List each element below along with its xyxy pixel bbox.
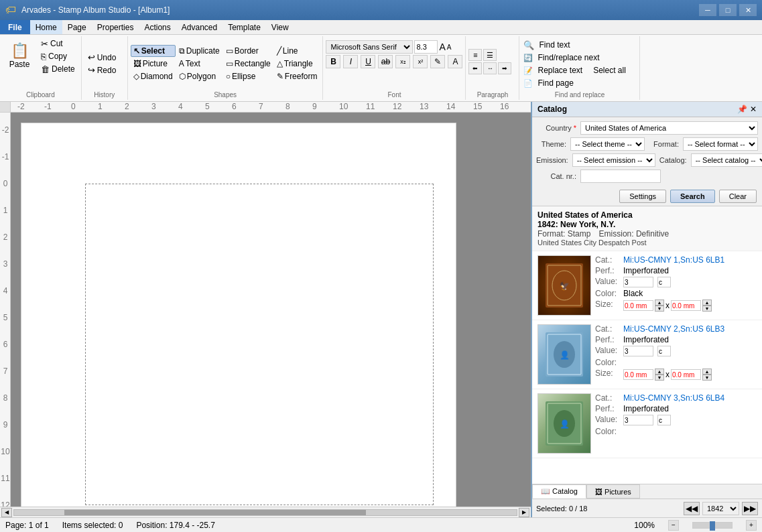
size-h-input-2[interactable]: [671, 369, 701, 380]
emission-select[interactable]: -- Select emission --: [572, 153, 655, 167]
value-unit-3[interactable]: [657, 415, 671, 425]
align-list-button[interactable]: ≡: [468, 49, 482, 61]
zoom-slider-thumb[interactable]: [710, 521, 715, 531]
format-select[interactable]: -- Select format --: [683, 137, 758, 151]
strikethrough-button[interactable]: ab: [378, 55, 393, 68]
cat-value-3[interactable]: Mi:US-CMNY 3,Sn:US 6LB4: [623, 393, 724, 403]
copy-button[interactable]: ⎘ Copy: [38, 50, 78, 62]
align-right-button[interactable]: ➡: [498, 62, 511, 74]
nav-next-button[interactable]: ▶▶: [742, 502, 758, 515]
polygon-button[interactable]: ⬡ Polygon: [176, 70, 223, 82]
border-button[interactable]: ▭ Border: [223, 45, 273, 57]
size-w-down-1[interactable]: ▼: [655, 306, 664, 312]
minimize-button[interactable]: ─: [699, 4, 716, 16]
menu-actions[interactable]: Actions: [139, 20, 176, 34]
ruler-corner: [0, 102, 11, 113]
size-w-down-2[interactable]: ▼: [655, 375, 664, 381]
subscript-button[interactable]: x₂: [395, 55, 410, 68]
tab-pictures[interactable]: 🖼 Pictures: [586, 484, 640, 498]
zoom-in-button[interactable]: +: [746, 520, 757, 531]
size-w-up-2[interactable]: ▲: [655, 369, 664, 375]
value-input-1[interactable]: [623, 277, 653, 287]
undo-button[interactable]: ↩ Undo: [84, 52, 125, 64]
select-all-button[interactable]: Select all: [590, 64, 629, 76]
select-button[interactable]: ↖ Select: [131, 45, 176, 57]
duplicate-button[interactable]: ⧉ Duplicate: [176, 45, 223, 57]
menu-view[interactable]: View: [266, 20, 294, 34]
font-name-select[interactable]: Microsoft Sans Serif: [326, 40, 413, 54]
ellipse-button[interactable]: ○ Ellipse: [223, 70, 273, 82]
font-color-button[interactable]: A: [448, 55, 462, 68]
italic-button[interactable]: I: [343, 55, 358, 68]
size-h-up-1[interactable]: ▲: [702, 300, 712, 306]
menu-home[interactable]: Home: [30, 20, 62, 34]
zoom-out-button[interactable]: −: [668, 520, 679, 531]
align-list2-button[interactable]: ☰: [483, 49, 497, 61]
line-button[interactable]: ╱ Line: [274, 45, 320, 57]
align-left-button[interactable]: ⬅: [468, 62, 482, 74]
highlight-button[interactable]: ✎: [430, 55, 445, 68]
cat-value-1[interactable]: Mi:US-CMNY 1,Sn:US 6LB1: [623, 255, 724, 265]
h-scrollbar[interactable]: ◀ ▶: [0, 507, 531, 517]
close-button[interactable]: ✕: [739, 4, 757, 16]
menu-properties[interactable]: Properties: [92, 20, 139, 34]
catnr-input[interactable]: [580, 170, 661, 183]
font-size-input[interactable]: [414, 40, 438, 54]
country-select[interactable]: United States of America: [580, 121, 758, 135]
redo-button[interactable]: ↪ Redo: [84, 64, 125, 76]
settings-button[interactable]: Settings: [619, 190, 666, 203]
nav-prev-button[interactable]: ◀◀: [684, 502, 700, 515]
size-h-down-2[interactable]: ▼: [702, 375, 712, 381]
bold-button[interactable]: B: [326, 55, 340, 68]
value-input-2[interactable]: [623, 346, 653, 356]
rectangle-icon: ▭: [226, 59, 233, 68]
search-button[interactable]: Search: [670, 190, 715, 203]
value-unit-1[interactable]: [657, 277, 671, 287]
value-unit-2[interactable]: [657, 346, 671, 356]
catalog-close-button[interactable]: ✕: [750, 105, 757, 114]
size-w-up-1[interactable]: ▲: [655, 300, 664, 306]
tab-catalog[interactable]: 📖 Catalog: [532, 484, 586, 498]
catalog-results[interactable]: United States of America 1842: New York,…: [532, 206, 762, 484]
theme-select[interactable]: -- Select theme --: [570, 137, 645, 151]
ribbon-group-font: Microsoft Sans Serif A A B I U ab x₂ x² …: [323, 36, 466, 100]
catalog-select[interactable]: -- Select catalog --: [691, 153, 762, 167]
menu-template[interactable]: Template: [223, 20, 266, 34]
menu-file[interactable]: File: [0, 20, 30, 34]
clear-button[interactable]: Clear: [719, 190, 757, 203]
h-scroll-thumb[interactable]: [64, 510, 366, 515]
text-button[interactable]: A Text: [176, 58, 223, 70]
catalog-pin-button[interactable]: 📌: [737, 105, 747, 114]
value-input-3[interactable]: [623, 415, 653, 425]
replace-text-button[interactable]: Replace text: [534, 64, 586, 76]
size-w-input-2[interactable]: [623, 369, 653, 380]
triangle-button[interactable]: △ Triangle: [274, 58, 320, 70]
find-text-button[interactable]: Find text: [535, 39, 573, 51]
menu-page[interactable]: Page: [62, 20, 92, 34]
paste-button[interactable]: 📋 Paste: [3, 38, 36, 75]
picture-button[interactable]: 🖼 Picture: [131, 58, 176, 70]
freeform-button[interactable]: ✎ Freeform: [274, 70, 320, 82]
find-page-button[interactable]: Find page: [534, 77, 576, 89]
year-select[interactable]: 1842: [702, 502, 739, 515]
cat-value-2[interactable]: Mi:US-CMNY 2,Sn:US 6LB3: [623, 324, 724, 334]
cut-button[interactable]: ✂ Cut: [38, 38, 78, 50]
size-w-input-1[interactable]: [623, 300, 653, 311]
maximize-button[interactable]: □: [719, 4, 737, 16]
find-replace-button[interactable]: Find/replace next: [534, 52, 602, 64]
superscript-button[interactable]: x²: [413, 55, 428, 68]
size-h-down-1[interactable]: ▼: [702, 306, 712, 312]
freeform-icon: ✎: [277, 72, 283, 81]
align-center-button[interactable]: ↔: [483, 62, 497, 74]
scroll-right-button[interactable]: ▶: [519, 508, 529, 517]
menu-advanced[interactable]: Advanced: [176, 20, 223, 34]
canvas-area[interactable]: [11, 113, 531, 507]
size-h-input-1[interactable]: [671, 300, 701, 311]
delete-button[interactable]: 🗑 Delete: [38, 63, 78, 75]
rectangle-button[interactable]: ▭ Rectangle: [223, 58, 273, 70]
scroll-left-button[interactable]: ◀: [1, 508, 12, 517]
cat-label: Cat.:: [595, 255, 621, 265]
size-h-up-2[interactable]: ▲: [702, 369, 712, 375]
underline-button[interactable]: U: [361, 55, 375, 68]
diamond-button[interactable]: ◇ Diamond: [131, 70, 176, 82]
